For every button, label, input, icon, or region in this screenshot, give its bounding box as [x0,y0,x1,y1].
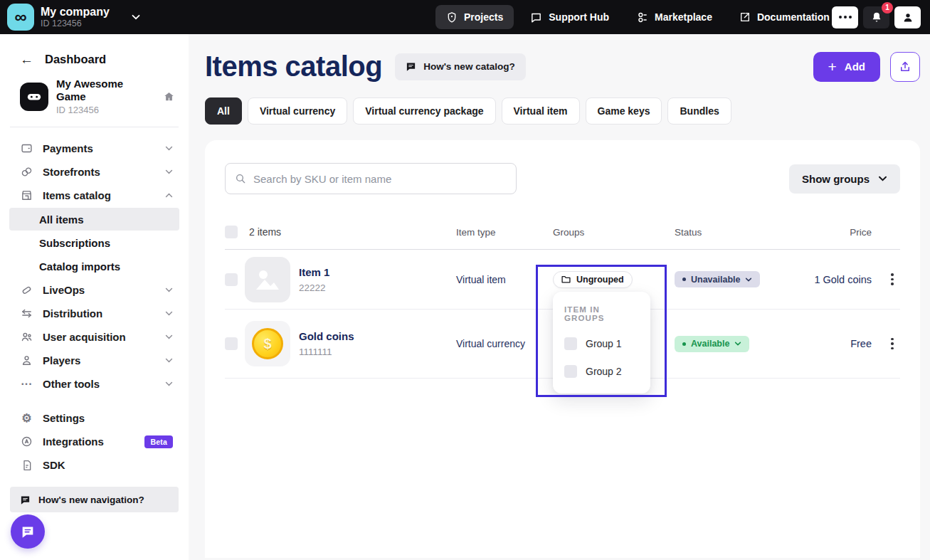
item-name[interactable]: Gold coins [299,330,354,342]
back-to-dashboard[interactable]: ← Dashboard [0,34,189,70]
item-thumbnail: $ [245,321,290,366]
group-option[interactable]: Group 2 [564,365,639,378]
projects-icon [446,11,458,23]
sidebar-item-payments[interactable]: Payments [0,137,189,160]
nav-documentation[interactable]: Documentation [729,5,840,29]
company-id: ID 123456 [41,19,110,28]
link-icon [20,166,33,178]
search-input[interactable] [253,173,507,185]
type-filter-tabs: All Virtual currency Virtual currency pa… [205,97,920,125]
whats-new-catalog-button[interactable]: How's new catalog? [395,53,525,80]
add-button[interactable]: + Add [813,52,880,82]
sidebar-item-user-acquisition[interactable]: User acquisition [0,325,189,349]
company-logo-icon: ∞ [7,4,34,31]
upload-icon [899,60,911,73]
ellipsis-icon: ··· [20,378,33,391]
items-count: 2 items [245,226,456,238]
company-switcher[interactable]: ∞ My company ID 123456 [7,4,140,31]
nav-projects[interactable]: Projects [435,5,514,29]
status-dot [682,342,686,346]
project-card[interactable]: My Awesome Game ID 123456 [10,70,179,127]
page-title: Items catalog [205,51,382,83]
chevron-down-icon [165,311,173,316]
nav-support-hub[interactable]: Support Hub [519,5,620,29]
chat-fab-button[interactable] [11,514,45,549]
bell-icon [871,11,882,23]
item-name[interactable]: Item 1 [299,266,329,278]
sidebar-item-items-catalog[interactable]: Items catalog [0,184,189,207]
group-checkbox[interactable] [564,337,577,350]
select-all-checkbox[interactable] [225,226,238,238]
column-groups: Groups [553,227,675,238]
filter-virtual-currency[interactable]: Virtual currency [248,97,347,125]
import-button[interactable] [890,52,920,82]
account-button[interactable] [894,6,921,28]
chat-fab-icon [20,524,36,539]
chevron-down-icon [165,358,173,363]
folder-icon [561,275,571,283]
filter-virtual-currency-package[interactable]: Virtual currency package [353,97,495,125]
filter-bundles[interactable]: Bundles [667,97,731,125]
notifications-button[interactable]: 1 [863,6,889,28]
sidebar-item-integrations[interactable]: Integrations Beta [0,430,189,453]
liveops-icon [20,284,33,296]
integrations-icon [20,435,33,448]
user-icon [902,11,914,23]
documentation-icon [739,11,751,23]
item-sku: 22222 [299,282,329,293]
sidebar-item-settings[interactable]: ⚙ Settings [0,406,189,430]
more-menu-button[interactable] [832,6,858,28]
chevron-down-icon [734,342,741,346]
group-option[interactable]: Group 1 [564,337,639,350]
whats-new-navigation-button[interactable]: How's new navigation? [10,487,179,512]
gamepad-icon [20,83,48,111]
row-checkbox[interactable] [225,337,238,350]
chevron-down-icon [165,334,173,339]
column-status: Status [675,227,810,238]
groups-chip[interactable]: Ungrouped [553,271,633,288]
search-box [225,163,517,194]
column-price: Price [810,227,872,238]
sidebar-item-sdk[interactable]: SDK [0,453,189,477]
filter-all[interactable]: All [205,97,242,125]
shop-icon [20,189,33,201]
sidebar-item-other-tools[interactable]: ··· Other tools [0,372,189,396]
kebab-menu-button[interactable] [884,273,900,285]
top-bar-actions: 1 [832,6,921,28]
sidebar-item-distribution[interactable]: Distribution [0,302,189,325]
sidebar-subitem-subscriptions[interactable]: Subscriptions [9,231,179,254]
sidebar-item-players[interactable]: Players [0,349,189,372]
more-icon [839,16,852,19]
wallet-icon [20,142,33,154]
person-icon [20,354,33,366]
filter-game-keys[interactable]: Game keys [586,97,662,125]
sidebar-subitem-all-items[interactable]: All items [9,208,179,231]
status-dropdown[interactable]: Available [675,336,749,352]
kebab-menu-button[interactable] [884,338,900,350]
item-groups-dropdown: ITEM IN GROUPS Group 1 Group 2 [553,292,650,393]
chevron-up-icon [165,193,173,198]
beta-badge: Beta [144,435,173,448]
row-checkbox[interactable] [225,273,238,286]
sidebar-item-liveops[interactable]: LiveOps [0,278,189,302]
chevron-down-icon [745,278,752,282]
sidebar-item-storefronts[interactable]: Storefronts [0,160,189,184]
project-name: My Awesome Game [56,78,156,103]
show-groups-button[interactable]: Show groups [789,164,900,194]
chat-icon [406,61,416,72]
sidebar: ← Dashboard My Awesome Game ID 123456 Pa… [0,34,189,560]
status-dot [682,278,686,281]
project-id: ID 123456 [56,105,156,115]
sidebar-subitem-catalog-imports[interactable]: Catalog imports [9,255,179,278]
chevron-down-icon [165,169,173,174]
filter-virtual-item[interactable]: Virtual item [502,97,580,125]
group-checkbox[interactable] [564,365,577,378]
marketplace-icon [636,11,648,23]
chat-icon [20,495,31,505]
item-thumbnail [245,257,290,302]
chevron-down-icon [878,176,887,181]
nav-marketplace[interactable]: Marketplace [625,5,723,29]
status-dropdown[interactable]: Unavailable [675,271,760,287]
top-bar: ∞ My company ID 123456 Projects Support … [0,0,930,34]
dropdown-title: ITEM IN GROUPS [564,305,639,322]
